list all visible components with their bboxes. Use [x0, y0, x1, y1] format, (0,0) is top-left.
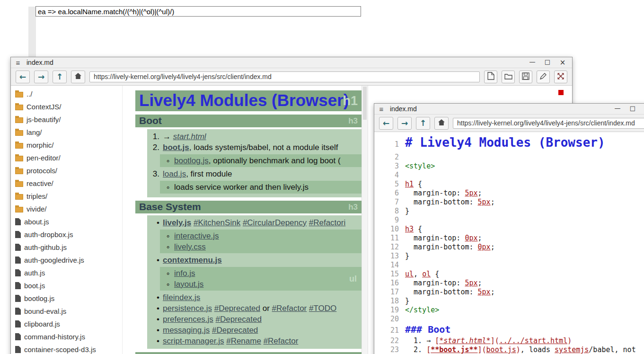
url-input[interactable] [453, 118, 644, 129]
edit-button[interactable] [537, 71, 550, 83]
editor-line[interactable]: 23 2. [**boot.js**](boot.js), loads syst… [378, 345, 644, 354]
line-code: h3 { [405, 225, 644, 234]
editor-line[interactable]: 18} [378, 297, 644, 306]
md-link[interactable]: preferences.js [163, 315, 213, 324]
editor-line[interactable]: 11 margin-top: 0px; [378, 234, 644, 243]
minimize-button[interactable]: — [526, 58, 539, 67]
editor-line[interactable]: 2 [378, 153, 644, 162]
md-link[interactable]: lively.js [163, 218, 191, 227]
open-folder-button[interactable] [502, 71, 515, 83]
md-link[interactable]: #KitchenSink [194, 218, 240, 227]
back-button[interactable]: ← [379, 117, 393, 130]
maximize-button[interactable]: □ [626, 105, 639, 113]
md-link[interactable]: persistence.js [163, 304, 212, 313]
editor-line[interactable]: 21### Boot [378, 324, 644, 336]
line-code: } [405, 207, 644, 216]
file-item[interactable]: clipboard.js [11, 318, 122, 330]
folder-item[interactable]: lang/ [11, 126, 122, 139]
file-item[interactable]: boot.js [11, 279, 122, 292]
file-item[interactable]: bound-eval.js [11, 305, 122, 318]
window-menu-icon[interactable]: ≡ [14, 59, 22, 67]
home-button[interactable] [71, 71, 85, 83]
editor-line[interactable]: 22 1. → [*start.html*](../../start.html) [378, 336, 644, 345]
md-link[interactable]: #Refactori [309, 218, 345, 227]
file-item[interactable]: command-history.js [11, 330, 122, 343]
md-link[interactable]: fileindex.js [163, 293, 200, 302]
editor-line[interactable]: 12 margin-bottom: 0px; [378, 243, 644, 252]
md-link[interactable]: bootlog.js [174, 156, 209, 165]
editor-line[interactable]: 9 [378, 216, 644, 225]
md-link[interactable]: script-manager.js [163, 336, 224, 345]
md-link[interactable]: messaging.js [163, 326, 210, 335]
fullscreen-button[interactable] [554, 71, 567, 83]
editor-line[interactable]: 19</style> [378, 306, 644, 315]
file-item[interactable]: container-scoped-d3.js [11, 343, 122, 354]
editor-line[interactable]: 3<style> [378, 162, 644, 171]
md-link[interactable]: #CircularDepency [243, 218, 307, 227]
md-link[interactable]: layout.js [174, 280, 203, 289]
line-number: 13 [378, 252, 405, 261]
new-file-button[interactable] [484, 71, 497, 83]
folder-item[interactable]: ContextJS/ [11, 100, 122, 113]
editor-line[interactable]: 17 margin-bottom: 5px; [378, 288, 644, 297]
file-item[interactable]: auth-dropbox.js [11, 228, 122, 241]
folder-item[interactable]: js-beautify/ [11, 113, 122, 126]
folder-item[interactable]: morphic/ [11, 139, 122, 151]
back-button[interactable]: ← [16, 71, 30, 83]
editor-line[interactable]: 15ul, ol { [378, 270, 644, 279]
file-item[interactable]: auth.js [11, 266, 122, 279]
editor-line[interactable]: 13} [378, 252, 644, 261]
editor-line[interactable]: 16 margin-top: 5px; [378, 279, 644, 288]
md-link[interactable]: #Deprecated [214, 304, 260, 313]
folder-item[interactable]: reactive/ [11, 177, 122, 190]
forward-button[interactable]: → [397, 117, 412, 130]
file-item[interactable]: auth-github.js [11, 241, 122, 254]
md-link[interactable]: interactive.js [174, 231, 219, 240]
file-item[interactable]: auth-googledrive.js [11, 254, 122, 266]
close-button[interactable]: × [641, 105, 644, 113]
up-button[interactable]: ↑ [416, 117, 430, 130]
editor-lines[interactable]: 1# Lively4 Modules (Browser)23<style>45h… [374, 132, 644, 354]
md-link[interactable]: load.js [163, 169, 186, 178]
editor-line[interactable]: 14 [378, 261, 644, 270]
md-link[interactable]: #Deprecated [216, 315, 262, 324]
editor-line[interactable]: 5h1 { [378, 180, 644, 189]
md-link[interactable]: #Refactor [264, 336, 299, 345]
editor-line[interactable]: 6 margin-top: 5px; [378, 189, 644, 198]
editor-line[interactable]: 1# Lively4 Modules (Browser) [378, 134, 644, 153]
folder-item[interactable]: pen-editor/ [11, 151, 122, 164]
md-link[interactable]: boot.js [163, 143, 189, 152]
md-link[interactable]: lively.css [174, 242, 206, 251]
element-filter-input[interactable] [35, 6, 361, 17]
url-input[interactable] [89, 71, 480, 82]
md-link[interactable]: #Rename [226, 336, 261, 345]
md-link[interactable]: contextmenu.js [163, 256, 222, 265]
window-menu-icon[interactable]: ≡ [377, 105, 386, 113]
home-button[interactable] [434, 117, 449, 130]
md-text: , first module [186, 169, 232, 178]
editor-line[interactable]: 20 [378, 315, 644, 324]
file-item[interactable]: about.js [11, 215, 122, 228]
minimize-button[interactable]: — [611, 105, 624, 113]
up-button[interactable]: ↑ [53, 71, 67, 83]
md-link[interactable]: #Refactor [272, 304, 307, 313]
editor-line[interactable]: 4 [378, 171, 644, 180]
folder-item[interactable]: vivide/ [11, 203, 122, 215]
close-button[interactable]: × [556, 58, 569, 67]
back-icon: ← [19, 72, 26, 81]
editor-line[interactable]: 10h3 { [378, 225, 644, 234]
folder-item[interactable]: triples/ [11, 190, 122, 203]
file-item[interactable]: bootlog.js [11, 292, 122, 305]
folder-item[interactable]: ../ [11, 88, 122, 100]
editor-line[interactable]: 7 margin-bottom: 5px; [378, 198, 644, 207]
md-link[interactable]: #Deprecated [212, 326, 258, 335]
maximize-button[interactable]: □ [541, 58, 554, 67]
editor-line[interactable]: 8} [378, 207, 644, 216]
folder-item[interactable]: protocols/ [11, 164, 122, 177]
save-button[interactable] [519, 71, 532, 83]
md-link[interactable]: info.js [174, 269, 195, 278]
vertical-scrollbar[interactable] [362, 86, 368, 354]
md-link[interactable]: start.html [173, 132, 206, 141]
forward-button[interactable]: → [34, 71, 48, 83]
md-link[interactable]: #TODO [309, 304, 336, 313]
